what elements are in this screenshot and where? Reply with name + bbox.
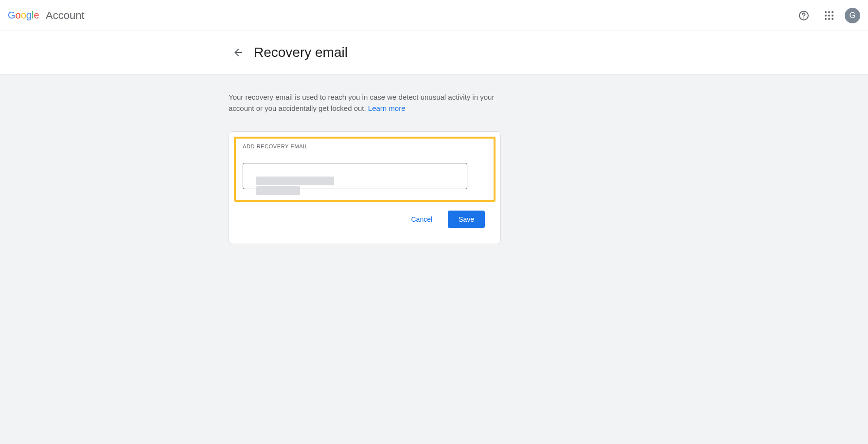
help-icon	[798, 10, 810, 21]
learn-more-link[interactable]: Learn more	[368, 104, 406, 112]
page-title: Recovery email	[254, 45, 348, 60]
account-avatar[interactable]: G	[845, 8, 860, 23]
back-button[interactable]	[229, 43, 248, 62]
svg-point-8	[832, 15, 833, 17]
brand: Google Account	[8, 9, 85, 22]
recovery-email-input[interactable]	[243, 163, 467, 189]
help-button[interactable]	[794, 6, 814, 25]
arrow-back-icon	[232, 47, 244, 58]
focused-section: ADD RECOVERY EMAIL	[234, 137, 496, 202]
svg-point-3	[825, 11, 827, 13]
svg-text:Google: Google	[8, 10, 39, 20]
app-header: Google Account G	[0, 0, 868, 31]
content-column: Your recovery email is used to reach you…	[229, 92, 501, 244]
avatar-initial: G	[850, 11, 855, 20]
svg-point-5	[832, 11, 833, 13]
description-text: Your recovery email is used to reach you…	[229, 92, 501, 114]
product-name: Account	[46, 9, 85, 22]
cancel-button[interactable]: Cancel	[405, 211, 438, 228]
field-label: ADD RECOVERY EMAIL	[243, 143, 487, 149]
header-actions: G	[794, 6, 860, 25]
form-actions: Cancel Save	[234, 202, 496, 239]
description-copy: Your recovery email is used to reach you…	[229, 93, 494, 112]
svg-point-4	[828, 11, 830, 13]
svg-point-11	[832, 18, 833, 20]
svg-point-2	[803, 18, 804, 18]
title-row: Recovery email	[0, 31, 868, 74]
recovery-email-card: ADD RECOVERY EMAIL Cancel Save	[229, 131, 501, 244]
google-logo: Google	[8, 10, 44, 21]
page-body: Your recovery email is used to reach you…	[0, 74, 868, 444]
svg-point-6	[825, 15, 827, 17]
save-button[interactable]: Save	[448, 211, 485, 228]
svg-point-9	[825, 18, 827, 20]
svg-point-7	[828, 15, 830, 17]
svg-point-10	[828, 18, 830, 20]
apps-grid-icon	[824, 11, 834, 20]
apps-button[interactable]	[819, 6, 839, 25]
